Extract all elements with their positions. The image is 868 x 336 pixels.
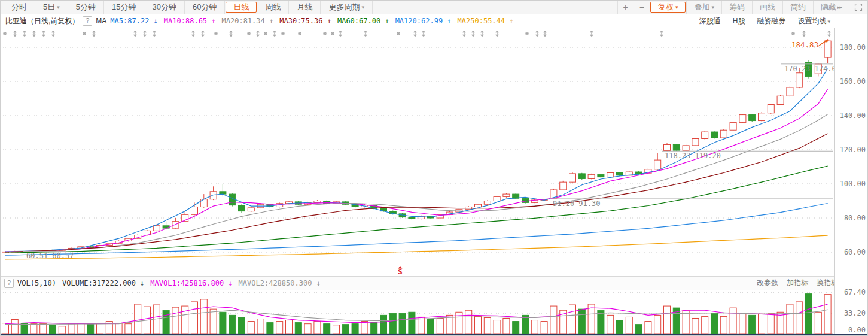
button-筹码[interactable]: 筹码 — [721, 1, 752, 14]
split-arrow-icon[interactable] — [153, 31, 156, 37]
split-arrow-icon[interactable] — [463, 31, 466, 37]
tab-5日[interactable]: 5日▾ — [35, 1, 68, 14]
candle-body — [153, 226, 160, 231]
button-复权[interactable]: 复权▾ — [650, 2, 686, 13]
split-arrow-icon[interactable] — [230, 31, 233, 37]
help-icon[interactable]: ? — [4, 279, 14, 288]
volume-bar — [220, 312, 226, 334]
tab-60分钟[interactable]: 60分钟 — [185, 1, 225, 14]
split-arrow-icon[interactable] — [828, 31, 831, 37]
candle-body — [210, 192, 217, 199]
dividend-star-icon[interactable] — [525, 32, 529, 35]
candle-body — [588, 174, 595, 178]
button-画线[interactable]: 画线 — [752, 1, 782, 14]
candle-body — [239, 205, 245, 211]
dividend-star-icon[interactable] — [83, 32, 86, 35]
split-arrow-icon[interactable] — [42, 31, 45, 37]
candle-body — [692, 138, 699, 145]
tab-周线[interactable]: 周线 — [257, 1, 289, 14]
button-叠加[interactable]: 叠加▾ — [686, 1, 721, 14]
tab-30分钟[interactable]: 30分钟 — [144, 1, 184, 14]
ma-value-MA30: MA30:75.36 ↑ — [279, 17, 331, 25]
link-深股通[interactable]: 深股通 — [699, 16, 721, 26]
split-arrow-icon[interactable] — [52, 31, 55, 37]
tab-更多周期[interactable]: 更多周期▾ — [321, 1, 373, 14]
dividend-star-icon[interactable] — [323, 32, 327, 35]
split-arrow-icon[interactable] — [273, 31, 276, 37]
split-arrow-icon[interactable] — [93, 31, 96, 37]
volume-bar — [607, 315, 614, 334]
dividend-star-icon[interactable] — [3, 32, 7, 35]
split-arrow-icon[interactable] — [364, 31, 367, 37]
volume-bar — [352, 324, 358, 334]
split-arrow-icon[interactable] — [144, 31, 147, 37]
split-arrow-icon[interactable] — [257, 31, 260, 37]
help-icon[interactable]: ? — [83, 16, 92, 26]
split-arrow-icon[interactable] — [23, 31, 26, 37]
dividend-star-icon[interactable] — [331, 32, 334, 35]
volume-bar — [11, 320, 18, 334]
candle-body — [560, 182, 567, 190]
zoom-in-button[interactable]: + — [617, 1, 634, 14]
split-arrow-icon[interactable] — [544, 31, 547, 37]
link-H股[interactable]: H股 — [733, 16, 745, 26]
candle-body — [739, 115, 746, 123]
candle-body — [191, 207, 198, 214]
volume-bar — [257, 319, 264, 334]
candle-body — [654, 160, 661, 169]
tab-月线[interactable]: 月线 — [289, 1, 321, 14]
zoom-out-button[interactable]: − — [634, 1, 650, 14]
volume-bar — [40, 324, 47, 334]
candle-body — [617, 172, 623, 175]
split-arrow-icon[interactable] — [660, 31, 663, 37]
indicator-links: 深股通H股融资融券设置均线▾ — [699, 14, 830, 28]
split-arrow-icon[interactable] — [496, 31, 499, 37]
dividend-star-icon[interactable] — [264, 32, 267, 35]
fullscreen-icon[interactable] — [849, 1, 867, 14]
tab-日线[interactable]: 日线 — [226, 2, 257, 13]
action-改参数[interactable]: 改参数 — [757, 278, 778, 288]
volume-bar — [824, 295, 831, 334]
gap-label: 118.23-119.20 — [665, 152, 721, 160]
volume-bar — [635, 325, 642, 334]
dividend-star-icon[interactable] — [397, 32, 400, 35]
split-arrow-icon[interactable] — [422, 31, 425, 37]
split-arrow-icon[interactable] — [134, 31, 137, 37]
ma-label: MA — [96, 17, 106, 25]
gap-label: 91.20-91.30 — [553, 199, 600, 208]
link-融资融券[interactable]: 融资融券 — [757, 16, 785, 26]
split-arrow-icon[interactable] — [192, 31, 195, 37]
period-tabs: 分时5日▾5分钟15分钟30分钟60分钟日线周线月线更多周期▾ — [1, 1, 373, 14]
dividend-star-icon[interactable] — [247, 32, 251, 35]
candle-body — [787, 87, 793, 96]
tab-15分钟[interactable]: 15分钟 — [104, 1, 144, 14]
split-arrow-icon[interactable] — [590, 31, 593, 37]
volume-bar — [304, 324, 311, 334]
button-简约[interactable]: 简约 — [782, 1, 813, 14]
split-arrow-icon[interactable] — [33, 31, 36, 37]
tab-5分钟[interactable]: 5分钟 — [68, 1, 104, 14]
split-arrow-icon[interactable] — [14, 31, 17, 37]
volume-bar — [787, 304, 793, 334]
split-arrow-icon[interactable] — [472, 31, 475, 37]
dividend-star-icon[interactable] — [281, 32, 285, 35]
main-candlestick-chart[interactable]: 60.51-60.5791.20-91.30118.23-119.20170.2… — [1, 28, 834, 276]
dividend-star-icon[interactable] — [791, 32, 795, 35]
price-axis-label: 120.00 — [840, 146, 866, 154]
ma-settings-button[interactable]: 设置均线▾ — [797, 16, 830, 26]
split-arrow-icon[interactable] — [803, 31, 806, 37]
dividend-star-icon[interactable] — [214, 32, 218, 35]
volume-bar — [314, 322, 321, 334]
tab-分时[interactable]: 分时 — [4, 1, 35, 14]
button-隐藏[interactable]: 隐藏▸▸ — [813, 1, 849, 14]
dividend-star-icon[interactable] — [298, 32, 301, 35]
split-arrow-icon[interactable] — [536, 31, 539, 37]
split-arrow-icon[interactable] — [339, 31, 342, 37]
split-arrow-icon[interactable] — [414, 31, 417, 37]
price-axis-label: 80.00 — [844, 214, 866, 222]
action-加指标[interactable]: 加指标 — [787, 278, 808, 288]
volume-bar — [248, 322, 254, 334]
split-arrow-icon[interactable] — [202, 31, 205, 37]
split-arrow-icon[interactable] — [481, 31, 484, 37]
volume-chart[interactable] — [1, 289, 834, 334]
